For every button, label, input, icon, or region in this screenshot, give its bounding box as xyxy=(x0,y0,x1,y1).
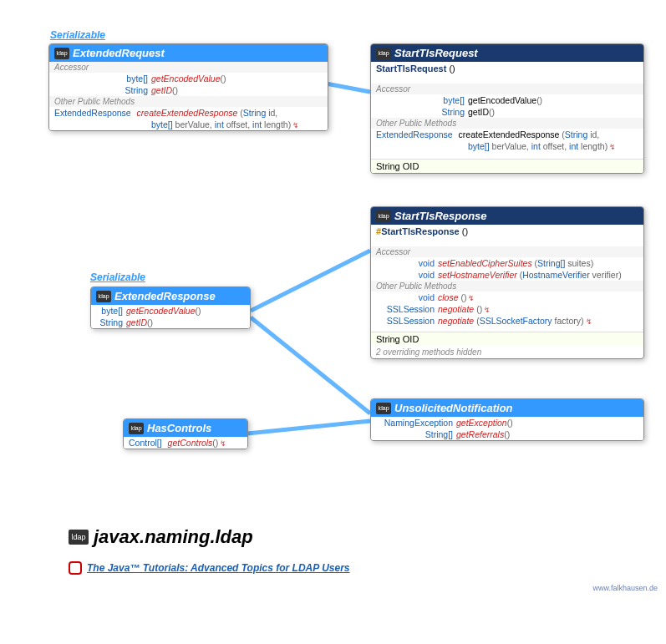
method-row: voidsetHostnameVerifier (HostnameVerifie… xyxy=(371,269,643,281)
method-row: SSLSessionnegotiate ()↯ xyxy=(371,303,643,315)
class-header: ldap ExtendedRequest xyxy=(49,44,328,62)
class-title: ExtendedRequest xyxy=(73,47,165,59)
class-has-controls: ldap HasControls Control[] getControls()… xyxy=(123,418,248,449)
class-extended-response: ldap ExtendedResponse byte[]getEncodedVa… xyxy=(90,287,251,329)
method-row: StringgetID() xyxy=(371,106,643,118)
class-title: ExtendedResponse xyxy=(114,290,216,302)
serializable-label-1: Serializable xyxy=(50,29,105,41)
ldap-icon: ldap xyxy=(69,530,89,545)
class-title: StartTlsRequest xyxy=(394,47,478,59)
method-row: voidclose ()↯ xyxy=(371,292,643,303)
constructor-row: #StartTlsResponse () xyxy=(371,225,643,238)
class-header: ldap HasControls xyxy=(124,419,247,437)
field-row: String OID xyxy=(371,159,643,173)
method-row: NamingExceptiongetException() xyxy=(371,417,643,428)
hidden-methods-note: 2 overriding methods hidden xyxy=(371,346,643,358)
tutorial-link[interactable]: The Java™ Tutorials: Advanced Topics for… xyxy=(69,561,350,575)
method-row: StringgetID() xyxy=(91,317,250,328)
class-header: ldap ExtendedResponse xyxy=(91,287,250,305)
ldap-icon: ldap xyxy=(54,48,69,59)
ldap-icon: ldap xyxy=(376,48,391,59)
class-start-tls-request: ldap StartTlsRequest StartTlsRequest () … xyxy=(370,43,644,174)
constructor-row: StartTlsRequest () xyxy=(371,62,643,75)
svg-line-3 xyxy=(247,421,370,434)
ldap-icon: ldap xyxy=(129,423,144,434)
method-row: byte[]getEncodedValue() xyxy=(49,73,328,84)
oracle-icon xyxy=(69,561,82,575)
svg-line-0 xyxy=(326,84,370,92)
package-title: ldap javax.naming.ldap xyxy=(69,526,253,548)
class-header: ldap StartTlsResponse xyxy=(371,207,643,225)
class-extended-request: ldap ExtendedRequest Accessor byte[]getE… xyxy=(48,43,328,131)
method-row: Control[] getControls()↯ xyxy=(124,437,247,449)
method-row: SSLSessionnegotiate (SSLSocketFactory fa… xyxy=(371,315,643,327)
section-accessor: Accessor xyxy=(371,246,643,257)
class-header: ldap StartTlsRequest xyxy=(371,44,643,62)
section-other: Other Public Methods xyxy=(371,281,643,292)
ldap-icon: ldap xyxy=(376,210,391,222)
class-unsolicited-notification: ldap UnsolicitedNotification NamingExcep… xyxy=(370,398,644,441)
method-row: voidsetEnabledCipherSuites (String[] sui… xyxy=(371,257,643,269)
method-row-cont: byte[] berValue, int offset, int length)… xyxy=(371,140,643,152)
section-other: Other Public Methods xyxy=(371,118,643,129)
class-title: UnsolicitedNotification xyxy=(394,402,513,414)
section-accessor: Accessor xyxy=(49,62,328,73)
svg-line-2 xyxy=(251,317,370,413)
class-title: HasControls xyxy=(147,422,211,434)
class-start-tls-response: ldap StartTlsResponse #StartTlsResponse … xyxy=(370,206,644,359)
method-row: byte[]getEncodedValue() xyxy=(371,94,643,106)
class-header: ldap UnsolicitedNotification xyxy=(371,399,643,417)
method-row: ExtendedResponse createExtendedResponse … xyxy=(49,107,328,119)
credit-text: www.falkhausen.de xyxy=(592,584,658,592)
method-row: String[]getReferrals() xyxy=(371,428,643,440)
class-title: StartTlsResponse xyxy=(394,210,487,222)
field-row: String OID xyxy=(371,332,643,346)
ldap-icon: ldap xyxy=(96,291,111,302)
section-accessor: Accessor xyxy=(371,84,643,94)
method-row: StringgetID() xyxy=(49,84,328,96)
serializable-label-2: Serializable xyxy=(90,271,145,283)
section-other: Other Public Methods xyxy=(49,96,328,107)
method-row: byte[]getEncodedValue() xyxy=(91,305,250,317)
method-row: ExtendedResponse createExtendedResponse … xyxy=(371,129,643,140)
method-row-cont: byte[] berValue, int offset, int length)… xyxy=(49,119,328,130)
svg-line-1 xyxy=(251,251,370,311)
ldap-icon: ldap xyxy=(376,403,391,414)
